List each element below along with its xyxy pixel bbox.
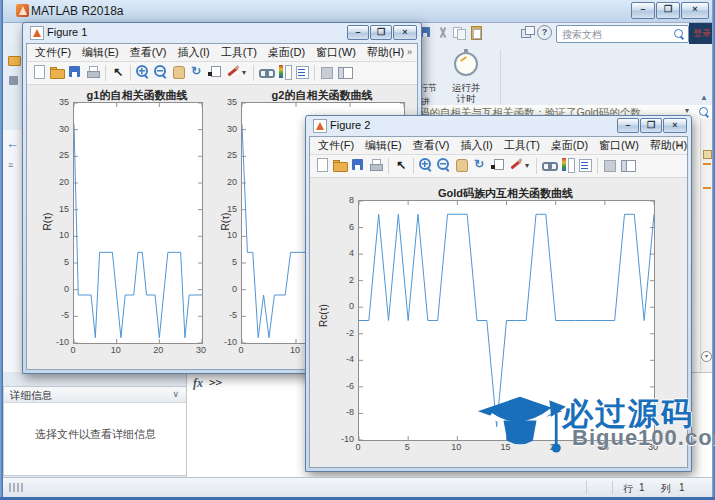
cut-icon[interactable]	[435, 25, 450, 40]
run-and-time-button[interactable]: 运行并 计时	[443, 52, 489, 104]
scroll-widget-icon[interactable]: ▾	[701, 351, 712, 362]
tick-label: 20	[142, 345, 174, 355]
editor-section-dropdown-icon[interactable]: ▾	[685, 106, 689, 115]
menu-desktop[interactable]: 桌面(D)	[551, 137, 588, 154]
link-plot-icon[interactable]	[541, 157, 557, 173]
import-data-icon[interactable]	[9, 76, 18, 85]
matlab-logo-icon	[16, 4, 29, 17]
menu-desktop[interactable]: 桌面(D)	[268, 44, 305, 61]
copy-icon[interactable]	[452, 25, 467, 40]
menu-insert[interactable]: 插入(I)	[177, 44, 209, 61]
toolbar-separator	[388, 158, 389, 174]
show-plot-tools-icon[interactable]	[337, 64, 353, 80]
pan-icon[interactable]	[171, 64, 187, 80]
brush-dropdown-icon[interactable]: ▾	[525, 161, 533, 170]
minimize-button[interactable]: –	[347, 25, 369, 40]
open-file-icon[interactable]	[49, 64, 65, 80]
redo-icon[interactable]	[503, 25, 518, 40]
insert-legend-icon[interactable]	[577, 157, 593, 173]
print-icon[interactable]	[368, 157, 384, 173]
data-cursor-icon[interactable]	[490, 157, 506, 173]
close-button[interactable]: ×	[663, 118, 687, 133]
collapse-toolstrip-icon[interactable]: ▲	[700, 93, 708, 102]
menu-tools[interactable]: 工具(T)	[504, 137, 540, 154]
figure2-titlebar[interactable]: Figure 2 – ❒ ×	[306, 116, 691, 136]
menu-view[interactable]: 查看(V)	[413, 137, 450, 154]
zoom-out-icon[interactable]	[436, 157, 452, 173]
warning-marker-icon[interactable]	[703, 187, 711, 189]
message-indicator-icon[interactable]	[703, 150, 712, 159]
new-file-icon[interactable]	[31, 64, 47, 80]
save-icon[interactable]	[350, 157, 366, 173]
tick-label: 5	[204, 257, 237, 267]
window-border-left	[0, 0, 3, 500]
zoom-in-icon[interactable]	[418, 157, 434, 173]
maximize-button[interactable]: ❒	[370, 25, 392, 40]
insert-colorbar-icon[interactable]	[559, 157, 575, 173]
pointer-icon[interactable]	[110, 64, 126, 80]
pointer-icon[interactable]	[393, 157, 409, 173]
menu-insert[interactable]: 插入(I)	[460, 137, 492, 154]
menu-overflow-icon[interactable]: »	[407, 44, 412, 61]
print-icon[interactable]	[85, 64, 101, 80]
link-plot-icon[interactable]	[258, 64, 274, 80]
statusbar-grip-icon[interactable]	[9, 483, 23, 492]
screen: MATLAB R2018a – ❒ × 登录 行节 进 运行并 计时 ▲ 码的自…	[0, 0, 715, 500]
rotate-3d-icon[interactable]	[189, 64, 205, 80]
maximize-button[interactable]: ❒	[640, 118, 662, 133]
toolbar-separator	[105, 65, 106, 81]
pan-icon[interactable]	[454, 157, 470, 173]
tick-label: 0	[36, 284, 69, 294]
new-file-icon[interactable]	[314, 157, 330, 173]
folder-list-icon[interactable]: ≡	[8, 160, 13, 170]
figure1-titlebar[interactable]: Figure 1 – ❒ ×	[23, 23, 421, 43]
editor-search-icon[interactable]	[699, 107, 708, 116]
back-arrow-icon[interactable]: ←	[6, 136, 19, 151]
brush-icon[interactable]	[508, 157, 524, 173]
undo-icon[interactable]	[486, 25, 501, 40]
details-panel-header[interactable]: 详细信息 ∨	[4, 387, 187, 403]
minimize-button[interactable]: –	[617, 118, 639, 133]
tick-label: 25	[204, 150, 237, 160]
menu-file[interactable]: 文件(F)	[35, 44, 71, 61]
subplot1-axes[interactable]	[73, 102, 203, 344]
menu-window[interactable]: 窗口(W)	[316, 44, 356, 61]
save-icon[interactable]	[67, 64, 83, 80]
minimize-button[interactable]: –	[631, 2, 655, 19]
menu-help[interactable]: 帮助(H)	[367, 44, 404, 61]
tick-label: 10	[440, 442, 472, 452]
maximize-button[interactable]: ❒	[656, 2, 680, 19]
insert-colorbar-icon[interactable]	[276, 64, 292, 80]
hide-plot-tools-icon[interactable]	[319, 64, 335, 80]
zoom-in-icon[interactable]	[135, 64, 151, 80]
menu-tools[interactable]: 工具(T)	[221, 44, 257, 61]
hide-plot-tools-icon[interactable]	[602, 157, 618, 173]
zoom-out-icon[interactable]	[153, 64, 169, 80]
folder-icon[interactable]	[8, 56, 21, 66]
figure-icon	[30, 26, 44, 40]
search-input[interactable]	[560, 27, 672, 41]
brush-icon[interactable]	[225, 64, 241, 80]
doc-search-box[interactable]	[556, 25, 689, 43]
close-button[interactable]: ×	[681, 2, 709, 19]
menu-overflow-icon[interactable]: »	[677, 137, 682, 154]
chevron-down-icon[interactable]: ∨	[172, 389, 179, 399]
open-file-icon[interactable]	[332, 157, 348, 173]
menu-file[interactable]: 文件(F)	[318, 137, 354, 154]
brush-dropdown-icon[interactable]: ▾	[242, 68, 250, 77]
paste-icon[interactable]	[469, 25, 484, 40]
menu-view[interactable]: 查看(V)	[130, 44, 167, 61]
line-value: 1	[639, 482, 645, 493]
help-icon[interactable]	[537, 25, 552, 40]
warning-marker-icon[interactable]	[703, 163, 711, 165]
rotate-3d-icon[interactable]	[472, 157, 488, 173]
insert-legend-icon[interactable]	[294, 64, 310, 80]
data-cursor-icon[interactable]	[207, 64, 223, 80]
close-button[interactable]: ×	[393, 25, 417, 40]
menu-edit[interactable]: 编辑(E)	[82, 44, 119, 61]
show-plot-tools-icon[interactable]	[620, 157, 636, 173]
menu-window[interactable]: 窗口(W)	[599, 137, 639, 154]
menu-edit[interactable]: 编辑(E)	[365, 137, 402, 154]
switch-windows-icon[interactable]	[520, 25, 535, 40]
matlab-titlebar[interactable]: MATLAB R2018a – ❒ ×	[0, 0, 715, 23]
